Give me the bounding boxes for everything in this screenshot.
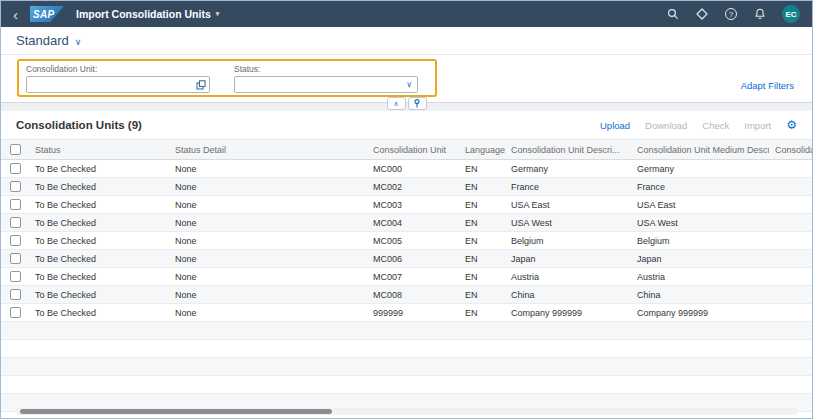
row-checkbox[interactable] <box>10 217 21 228</box>
avatar[interactable]: EC <box>782 5 800 23</box>
cell-status-detail: None <box>169 268 367 286</box>
back-button[interactable]: ‹ <box>13 7 18 22</box>
cell-status-detail: None <box>169 214 367 232</box>
cell-medium-description: USA West <box>631 214 769 232</box>
cell-consolidation-unit: MC005 <box>367 232 459 250</box>
app-window: ‹ SAP Import Consolidation Units ▾ ? EC … <box>0 0 813 419</box>
row-checkbox[interactable] <box>10 271 21 282</box>
consolidation-unit-input-wrap <box>26 76 210 93</box>
consolidation-units-table-card: Consolidation Units (9) UploadDownloadCh… <box>1 111 812 418</box>
cell-description: Japan <box>505 250 631 268</box>
row-select-cell <box>1 196 29 214</box>
sap-logo: SAP <box>30 6 64 22</box>
row-select-cell <box>1 304 29 322</box>
filter-highlight-frame: Consolidation Unit: Status: ∨ <box>17 59 437 97</box>
pin-header-button[interactable] <box>408 97 427 110</box>
cell-language: EN <box>459 232 505 250</box>
table-row[interactable]: To Be CheckedNoneMC003ENUSA EastUSA East <box>1 196 812 214</box>
cell-status: To Be Checked <box>29 196 169 214</box>
variant-bar: Standard ∨ <box>1 27 812 55</box>
row-select-cell <box>1 214 29 232</box>
shell-header: ‹ SAP Import Consolidation Units ▾ ? EC <box>1 1 812 27</box>
status-select[interactable] <box>235 80 406 90</box>
chevron-down-icon: ∨ <box>75 37 82 47</box>
help-icon[interactable]: ? <box>724 7 738 21</box>
cell-medium-description: Austria <box>631 268 769 286</box>
column-header-consolidation-unit[interactable]: Consolidation Unit <box>367 140 459 160</box>
chevron-down-icon[interactable]: ∨ <box>406 80 412 89</box>
table-row[interactable]: To Be CheckedNoneMC006ENJapanJapan <box>1 250 812 268</box>
row-checkbox[interactable] <box>10 307 21 318</box>
row-select-cell <box>1 232 29 250</box>
row-checkbox[interactable] <box>10 253 21 264</box>
cell-status: To Be Checked <box>29 214 169 232</box>
column-header-overflow[interactable]: Consolidation Unit I <box>769 140 812 160</box>
cell-medium-description: Company 999999 <box>631 304 769 322</box>
action-check-button: Check <box>702 120 729 131</box>
filter-label: Status: <box>234 64 418 74</box>
row-checkbox[interactable] <box>10 199 21 210</box>
cell-overflow <box>769 196 812 214</box>
search-icon[interactable] <box>666 7 680 21</box>
collapse-header-button[interactable]: ∧ <box>387 97 406 110</box>
adapt-filters-link[interactable]: Adapt Filters <box>741 80 794 91</box>
app-title-menu[interactable]: Import Consolidation Units ▾ <box>76 8 219 20</box>
select-all-checkbox[interactable] <box>10 144 21 155</box>
table-actions: UploadDownloadCheckImport⚙ <box>600 119 797 131</box>
filter-collapse-controls: ∧ <box>387 97 427 110</box>
table-row[interactable]: To Be CheckedNone999999ENCompany 999999C… <box>1 304 812 322</box>
variant-selector[interactable]: Standard ∨ <box>16 33 81 48</box>
column-header-status[interactable]: Status <box>29 140 169 160</box>
table-header-row: Status Status Detail Consolidation Unit … <box>1 140 812 160</box>
settings-button[interactable]: ⚙ <box>786 119 797 131</box>
table-row[interactable]: To Be CheckedNoneMC008ENChinaChina <box>1 286 812 304</box>
copilot-icon[interactable] <box>695 7 709 21</box>
cell-description: USA West <box>505 214 631 232</box>
consolidation-unit-input[interactable] <box>27 80 196 90</box>
cell-description: China <box>505 286 631 304</box>
chevron-down-icon: ▾ <box>216 10 220 18</box>
shell-actions: ? EC <box>666 5 800 23</box>
row-checkbox[interactable] <box>10 181 21 192</box>
row-checkbox[interactable] <box>10 289 21 300</box>
table-row[interactable]: To Be CheckedNoneMC002ENFranceFrance <box>1 178 812 196</box>
value-help-icon[interactable] <box>196 80 206 90</box>
row-checkbox[interactable] <box>10 163 21 174</box>
cell-status: To Be Checked <box>29 178 169 196</box>
column-header-language[interactable]: Language <box>459 140 505 160</box>
table-title: Consolidation Units (9) <box>16 119 142 131</box>
column-header-status-detail[interactable]: Status Detail <box>169 140 367 160</box>
filter-field-status: Status: ∨ <box>234 63 418 93</box>
horizontal-scrollbar[interactable] <box>15 408 798 415</box>
scrollbar-thumb[interactable] <box>20 409 332 414</box>
action-download-button: Download <box>645 120 687 131</box>
column-header-description[interactable]: Consolidation Unit Descri... <box>505 140 631 160</box>
table-row[interactable]: To Be CheckedNoneMC000ENGermanyGermany <box>1 160 812 178</box>
action-upload-button[interactable]: Upload <box>600 120 630 131</box>
row-select-cell <box>1 178 29 196</box>
cell-description: Belgium <box>505 232 631 250</box>
cell-status: To Be Checked <box>29 304 169 322</box>
cell-overflow <box>769 268 812 286</box>
cell-medium-description: Germany <box>631 160 769 178</box>
status-select-wrap: ∨ <box>234 76 418 93</box>
cell-status: To Be Checked <box>29 286 169 304</box>
row-checkbox[interactable] <box>10 235 21 246</box>
table-row[interactable]: To Be CheckedNoneMC004ENUSA WestUSA West <box>1 214 812 232</box>
cell-medium-description: Belgium <box>631 232 769 250</box>
notifications-bell-icon[interactable] <box>753 7 767 21</box>
cell-consolidation-unit: MC002 <box>367 178 459 196</box>
table-row[interactable]: To Be CheckedNoneMC005ENBelgiumBelgium <box>1 232 812 250</box>
column-header-medium-description[interactable]: Consolidation Unit Medium Descri... <box>631 140 769 160</box>
cell-description: Germany <box>505 160 631 178</box>
action-import-button: Import <box>744 120 771 131</box>
cell-status: To Be Checked <box>29 232 169 250</box>
cell-consolidation-unit: MC000 <box>367 160 459 178</box>
table-row[interactable]: To Be CheckedNoneMC007ENAustriaAustria <box>1 268 812 286</box>
cell-status-detail: None <box>169 250 367 268</box>
cell-status: To Be Checked <box>29 268 169 286</box>
cell-language: EN <box>459 160 505 178</box>
row-select-cell <box>1 160 29 178</box>
cell-language: EN <box>459 250 505 268</box>
row-select-cell <box>1 268 29 286</box>
